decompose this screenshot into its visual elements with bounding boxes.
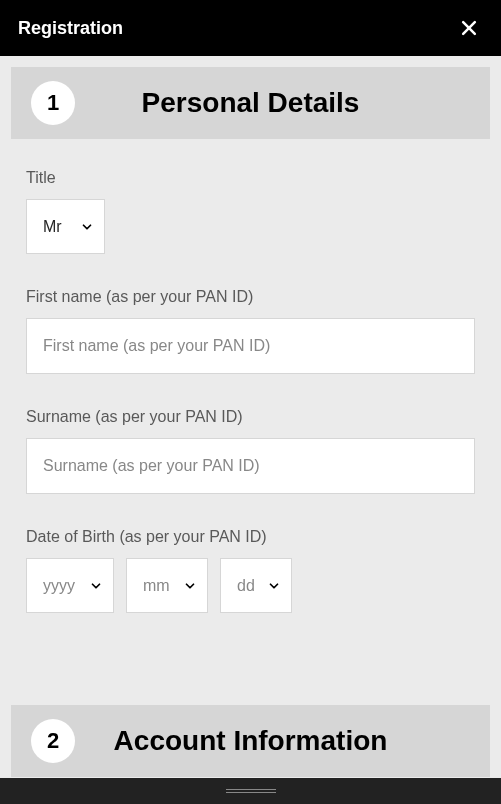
content-scroll[interactable]: 1 Personal Details Title Mr First name (… (0, 56, 501, 778)
firstname-input[interactable] (26, 318, 475, 374)
title-select[interactable]: Mr (26, 199, 105, 254)
field-surname: Surname (as per your PAN ID) (26, 408, 475, 494)
close-icon (459, 18, 479, 38)
title-label: Title (26, 169, 475, 187)
step-number: 1 (31, 81, 75, 125)
surname-label: Surname (as per your PAN ID) (26, 408, 475, 426)
field-firstname: First name (as per your PAN ID) (26, 288, 475, 374)
dob-row: yyyy mm dd (26, 558, 475, 613)
firstname-label: First name (as per your PAN ID) (26, 288, 475, 306)
surname-input[interactable] (26, 438, 475, 494)
bottom-bar (0, 778, 501, 804)
header-title: Registration (18, 18, 123, 39)
field-title: Title Mr (26, 169, 475, 254)
dob-label: Date of Birth (as per your PAN ID) (26, 528, 475, 546)
field-dob: Date of Birth (as per your PAN ID) yyyy … (26, 528, 475, 613)
form-body-personal: Title Mr First name (as per your PAN ID)… (11, 139, 490, 677)
dob-day-select[interactable]: dd (220, 558, 292, 613)
section-title: Account Information (114, 725, 388, 757)
drag-handle-icon[interactable] (226, 789, 276, 793)
section-header-personal: 1 Personal Details (11, 67, 490, 139)
section-gap (11, 677, 490, 705)
section-header-account: 2 Account Information (11, 705, 490, 777)
section-title: Personal Details (142, 87, 360, 119)
dob-year-select[interactable]: yyyy (26, 558, 114, 613)
header: Registration (0, 0, 501, 56)
dob-month-select[interactable]: mm (126, 558, 208, 613)
close-button[interactable] (455, 14, 483, 42)
step-number: 2 (31, 719, 75, 763)
